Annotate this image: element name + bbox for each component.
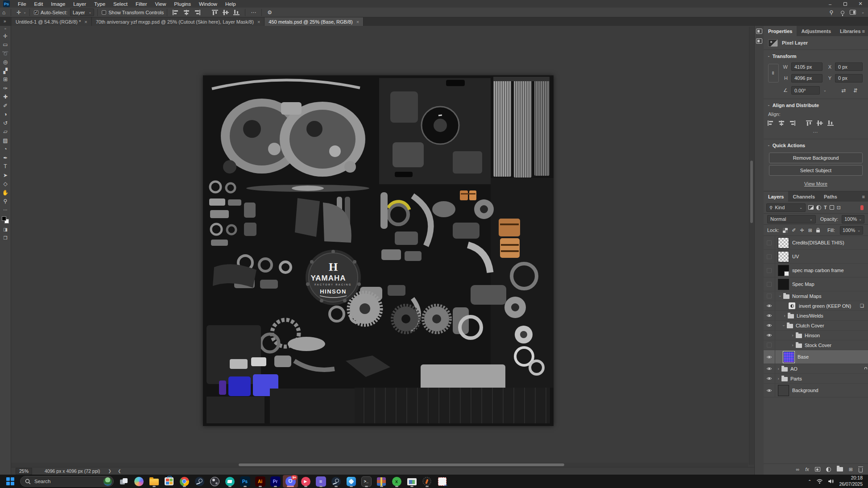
view-more-link[interactable]: View More	[764, 178, 868, 191]
blur-tool[interactable]: ◔	[1, 145, 10, 154]
width-input[interactable]: 4105 px	[791, 62, 823, 71]
document-canvas[interactable]: H YAMAHA ⑂ FACTORY RACING HINSON	[203, 75, 554, 426]
steam-button[interactable]	[192, 475, 207, 488]
layer-thumbnail-smart-object[interactable]	[778, 265, 789, 276]
more-options-icon[interactable]: ⋯	[248, 9, 258, 16]
gear-icon[interactable]: ⚙	[265, 9, 274, 16]
menu-plugins[interactable]: Plugins	[170, 0, 195, 8]
layer-filter-dropdown[interactable]: ⚲ Kind ⌄	[766, 203, 806, 212]
layer-row-spec-map-carbon[interactable]: spec map carbon frame	[764, 264, 868, 277]
menu-layer[interactable]: Layer	[69, 0, 90, 8]
layer-row-invert-green[interactable]: invert green (KEEP ON) ❏	[764, 301, 868, 311]
premiere-button[interactable]: Pr	[268, 475, 283, 488]
visibility-toggle[interactable]	[764, 236, 775, 249]
tab-libraries[interactable]: Libraries	[835, 26, 865, 36]
group-expand-chevron-icon[interactable]: ›	[790, 333, 795, 338]
path-selection-tool[interactable]: ➤	[1, 171, 10, 180]
visibility-toggle[interactable]	[764, 250, 775, 263]
panel-menu-icon[interactable]: ≡	[862, 29, 865, 34]
status-prev-icon[interactable]: ❮	[118, 469, 128, 473]
layer-row-credits[interactable]: Credits(DISABLE THIS)	[764, 236, 868, 250]
filter-shape-layers-icon[interactable]	[830, 205, 834, 210]
layer-row-uv[interactable]: UV	[764, 250, 868, 264]
auto-select-checkbox[interactable]: ✓	[34, 10, 38, 15]
flip-horizontal-icon[interactable]: ⇄	[842, 87, 846, 94]
xbox-button[interactable]: x	[389, 475, 404, 488]
group-expand-chevron-icon[interactable]: ›	[790, 343, 795, 347]
group-expand-chevron-icon[interactable]: ›	[781, 323, 786, 328]
layer-group-stock-cover[interactable]: › Stock Cover	[764, 340, 868, 350]
layer-group-ao[interactable]: › AO	[764, 364, 868, 374]
align-top-icon[interactable]	[212, 10, 218, 15]
x-input[interactable]: 0 px	[835, 62, 863, 71]
align-left-icon[interactable]	[768, 120, 774, 126]
doc-tab-70th-aniversary[interactable]: 70th aniversary yzf mxgp.psd @ 25% (Cuto…	[92, 17, 265, 26]
search-icon[interactable]: ⚲	[827, 9, 836, 16]
visibility-toggle[interactable]	[764, 277, 775, 291]
workspace-chevron-icon[interactable]: ⌄	[861, 10, 864, 14]
visibility-toggle[interactable]	[764, 321, 775, 330]
color-swatches[interactable]	[2, 216, 9, 223]
maximize-button[interactable]	[838, 0, 853, 8]
layer-thumbnail[interactable]	[778, 251, 789, 262]
object-selection-tool[interactable]: ◎	[1, 58, 10, 67]
visibility-toggle[interactable]	[764, 264, 775, 277]
filter-adjustment-layers-icon[interactable]	[816, 205, 821, 210]
workspace-switcher-icon[interactable]	[850, 10, 856, 15]
layer-group-clutch-cover[interactable]: › Clutch Cover	[764, 321, 868, 331]
add-layer-mask-icon[interactable]	[815, 467, 820, 471]
photos-button[interactable]	[343, 475, 359, 488]
edit-toolbar-icon[interactable]: ⋯	[1, 206, 10, 215]
tool-preset-chevron-icon[interactable]: ⌄	[23, 10, 26, 14]
clone-stamp-tool[interactable]: ◑	[1, 110, 10, 119]
lock-artboard-icon[interactable]: ⊞	[808, 227, 812, 233]
tools-collapse-icon[interactable]: »	[4, 27, 6, 31]
layer-row-base-selected[interactable]: Base	[764, 350, 868, 364]
align-center-vertical-icon[interactable]	[817, 120, 823, 126]
align-left-icon[interactable]	[173, 10, 179, 15]
layer-thumbnail-normal-map[interactable]	[783, 352, 794, 363]
visibility-toggle[interactable]	[764, 384, 775, 397]
tab-overflow-icon[interactable]: »	[4, 19, 6, 24]
align-more-icon[interactable]: ⋯	[764, 127, 868, 139]
layer-row-spec-map[interactable]: Spec Map	[764, 277, 868, 291]
illustrator-button[interactable]: Ai	[252, 475, 268, 488]
close-tab-icon[interactable]: ×	[257, 19, 260, 25]
obs-button[interactable]	[207, 475, 222, 488]
mx-bikes-button[interactable]	[419, 475, 434, 488]
menu-type[interactable]: Type	[90, 0, 109, 8]
chrome-button[interactable]	[177, 475, 192, 488]
tab-paths[interactable]: Paths	[819, 191, 842, 202]
lock-image-pixels-icon[interactable]: ✐	[792, 227, 796, 233]
shape-tool[interactable]: ◇	[1, 180, 10, 189]
marquee-tool[interactable]: ▭	[1, 41, 10, 50]
new-layer-icon[interactable]: ⊞	[849, 467, 853, 472]
group-expand-chevron-icon[interactable]: ›	[778, 294, 782, 298]
align-center-horizontal-icon[interactable]	[183, 10, 190, 15]
tab-layers[interactable]: Layers	[764, 191, 788, 202]
menu-edit[interactable]: Edit	[30, 0, 47, 8]
taskbar-clock[interactable]: 20:18 26/07/2025	[839, 475, 863, 487]
rotation-chevron-icon[interactable]: ⌄	[823, 88, 827, 92]
copilot-button[interactable]	[131, 475, 146, 488]
microsoft-store-button[interactable]	[161, 475, 177, 488]
menu-file[interactable]: File	[14, 0, 30, 8]
discord-button[interactable]: ᗜ 9+	[283, 475, 298, 488]
screen-mode-icon[interactable]: ❐	[1, 234, 10, 243]
start-button[interactable]	[3, 475, 18, 488]
menu-filter[interactable]: Filter	[132, 0, 151, 8]
steam-running-button[interactable]	[328, 475, 343, 488]
photoshop-button[interactable]: Ps	[237, 475, 252, 488]
terminal-button[interactable]: >_	[359, 475, 374, 488]
lock-all-icon[interactable]	[816, 230, 820, 232]
snipping-tool-button[interactable]	[434, 475, 450, 488]
tab-adjustments[interactable]: Adjustments	[797, 26, 835, 36]
filtering-toggle-icon[interactable]	[860, 205, 864, 210]
layer-thumbnail[interactable]	[778, 385, 789, 396]
move-tool[interactable]: ✛	[1, 32, 10, 41]
layer-group-parts[interactable]: › Parts	[764, 374, 868, 384]
height-input[interactable]: 4096 px	[791, 74, 823, 83]
volume-icon[interactable]	[828, 479, 834, 484]
layer-style-fx-icon[interactable]: fx	[805, 467, 809, 472]
file-explorer-button[interactable]	[146, 475, 161, 488]
